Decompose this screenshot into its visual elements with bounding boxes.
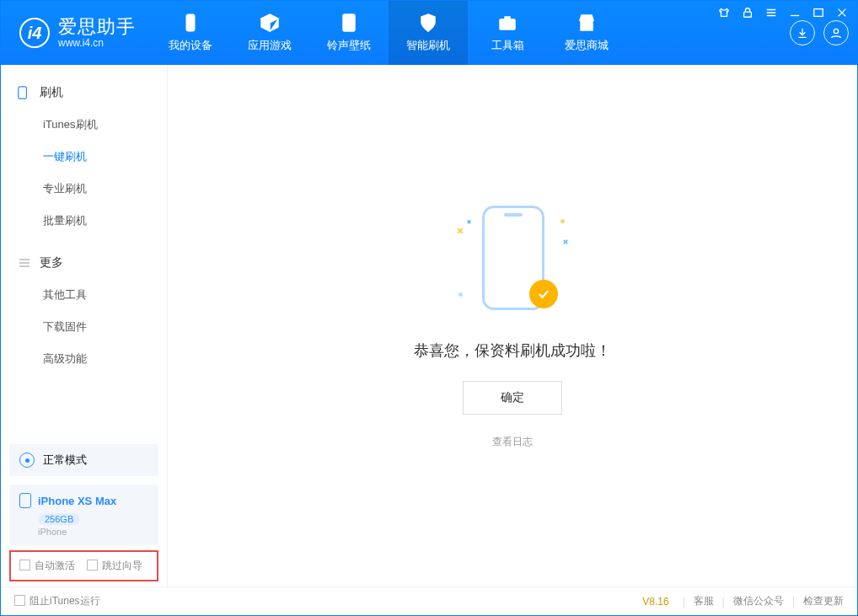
device-phone-icon <box>19 493 31 508</box>
device-card[interactable]: iPhone XS Max 256GB iPhone <box>9 485 158 545</box>
maximize-icon[interactable] <box>812 6 825 19</box>
close-icon[interactable] <box>835 6 849 19</box>
checkbox-block-itunes[interactable]: 阻止iTunes运行 <box>14 594 100 608</box>
brand-logo-icon: i4 <box>19 18 50 48</box>
user-icon[interactable] <box>823 20 849 46</box>
sidebar-item-advanced[interactable]: 高级功能 <box>1 343 167 375</box>
sidebar: 刷机 iTunes刷机 一键刷机 专业刷机 批量刷机 更多 其他工具 下载固件 … <box>1 65 168 587</box>
window-controls <box>717 6 849 19</box>
brand-subtitle: www.i4.cn <box>58 38 136 49</box>
svg-rect-1 <box>814 9 823 17</box>
checkbox-icon <box>87 560 98 570</box>
sidebar-group-more: 更多 <box>1 247 167 279</box>
device-type: iPhone <box>38 527 148 537</box>
sparkle-icon <box>562 238 569 245</box>
footer-link-wechat[interactable]: 微信公众号 <box>733 594 784 608</box>
toolbox-icon <box>496 13 519 33</box>
tab-toolbox[interactable]: 工具箱 <box>468 1 547 65</box>
app-window: i4 爱思助手 www.i4.cn 我的设备 应用游戏 铃声壁纸 智能刷机 <box>0 0 858 616</box>
mode-label: 正常模式 <box>43 453 87 468</box>
menu-icon[interactable] <box>764 6 778 19</box>
confirm-button[interactable]: 确定 <box>463 381 562 415</box>
tab-label: 智能刷机 <box>406 38 450 53</box>
footer: 阻止iTunes运行 V8.16 | 客服 | 微信公众号 | 检查更新 <box>1 587 857 615</box>
sidebar-group-flash: 刷机 <box>1 77 167 109</box>
brand-title: 爱思助手 <box>58 17 136 37</box>
minimize-icon[interactable] <box>788 6 802 19</box>
device-name: iPhone XS Max <box>38 495 116 507</box>
tab-label: 工具箱 <box>491 38 524 53</box>
sidebar-group-title: 更多 <box>40 255 63 271</box>
mode-status-icon <box>19 453 35 468</box>
tab-label: 铃声壁纸 <box>327 38 371 53</box>
phone-outline-icon <box>18 86 31 99</box>
dot-icon <box>560 219 565 223</box>
shield-refresh-icon <box>416 13 440 33</box>
version-label: V8.16 <box>642 596 668 608</box>
tab-apps-games[interactable]: 应用游戏 <box>230 1 309 65</box>
success-illustration <box>462 202 563 320</box>
main-tabs: 我的设备 应用游戏 铃声壁纸 智能刷机 工具箱 爱思商城 <box>151 1 626 65</box>
tab-label: 我的设备 <box>169 38 212 53</box>
lock-icon[interactable] <box>741 6 754 19</box>
checkbox-icon <box>14 595 25 606</box>
sidebar-item-download-firmware[interactable]: 下载固件 <box>1 311 167 343</box>
tab-my-device[interactable]: 我的设备 <box>151 1 230 65</box>
footer-link-update[interactable]: 检查更新 <box>803 594 844 608</box>
tab-store[interactable]: 爱思商城 <box>547 1 626 65</box>
svg-rect-4 <box>500 19 515 29</box>
sidebar-item-pro-flash[interactable]: 专业刷机 <box>1 173 167 205</box>
footer-link-support[interactable]: 客服 <box>694 594 714 608</box>
svg-rect-0 <box>744 12 752 17</box>
cube-icon <box>258 13 282 33</box>
view-log-link[interactable]: 查看日志 <box>492 435 533 449</box>
svg-rect-2 <box>186 14 195 31</box>
body: 刷机 iTunes刷机 一键刷机 专业刷机 批量刷机 更多 其他工具 下载固件 … <box>1 65 857 587</box>
checkbox-auto-activate[interactable]: 自动激活 <box>19 559 75 573</box>
sidebar-group-title: 刷机 <box>40 85 63 100</box>
main-content: 恭喜您，保资料刷机成功啦！ 确定 查看日志 <box>168 65 857 587</box>
music-file-icon <box>337 13 361 33</box>
header-toolbar: i4 爱思助手 www.i4.cn 我的设备 应用游戏 铃声壁纸 智能刷机 <box>1 1 857 65</box>
tab-label: 爱思商城 <box>565 38 609 53</box>
dot-icon <box>458 292 463 297</box>
sparkle-icon <box>466 218 472 224</box>
mode-card[interactable]: 正常模式 <box>9 444 158 476</box>
sparkle-icon <box>455 226 464 235</box>
tshirt-icon[interactable] <box>717 6 731 19</box>
svg-rect-6 <box>19 87 27 99</box>
tab-flash[interactable]: 智能刷机 <box>389 1 468 65</box>
sidebar-item-itunes-flash[interactable]: iTunes刷机 <box>1 109 167 141</box>
checkbox-skip-guide[interactable]: 跳过向导 <box>87 559 142 573</box>
sidebar-item-other-tools[interactable]: 其他工具 <box>1 279 167 311</box>
device-storage-badge: 256GB <box>38 513 80 525</box>
store-icon <box>575 13 598 33</box>
success-message: 恭喜您，保资料刷机成功啦！ <box>414 340 611 361</box>
sidebar-item-batch-flash[interactable]: 批量刷机 <box>1 205 167 237</box>
list-icon <box>18 256 31 270</box>
tab-label: 应用游戏 <box>248 38 292 53</box>
success-check-icon <box>529 280 558 308</box>
download-icon[interactable] <box>790 20 815 46</box>
sidebar-item-oneclick-flash[interactable]: 一键刷机 <box>1 141 167 173</box>
tab-ringtones[interactable]: 铃声壁纸 <box>309 1 389 65</box>
activation-options-row: 自动激活 跳过向导 <box>9 550 158 581</box>
device-icon <box>179 13 202 33</box>
checkbox-icon <box>19 560 30 570</box>
brand: i4 爱思助手 www.i4.cn <box>1 1 151 65</box>
svg-point-5 <box>834 29 838 33</box>
